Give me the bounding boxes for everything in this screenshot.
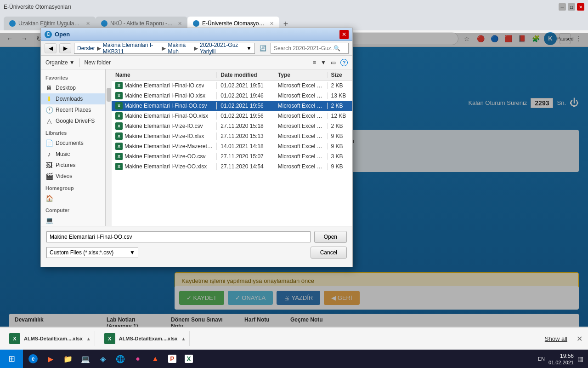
file-row[interactable]: X Makine Elemanlari I-Vize-IO.xlsx 27.11… bbox=[112, 131, 352, 141]
breadcrumb-dersler[interactable]: Dersler bbox=[77, 45, 95, 52]
file-name-text: Makine Elemanlari I-Vize-OO.csv bbox=[124, 153, 206, 160]
sidebar-item-homegroup[interactable]: 🏠 bbox=[41, 193, 105, 204]
sidebar-item-drive[interactable]: △ Google DriveFS bbox=[41, 115, 105, 126]
minimize-button[interactable]: ─ bbox=[559, 3, 566, 11]
open-button[interactable]: Open bbox=[314, 231, 347, 243]
app5-icon: ◈ bbox=[98, 354, 107, 363]
chrome-icon: 🌐 bbox=[116, 354, 125, 363]
taskbar-app4[interactable]: 💻 bbox=[77, 351, 94, 367]
close-button[interactable]: ✕ bbox=[577, 3, 584, 11]
cancel-button[interactable]: Cancel bbox=[311, 247, 347, 259]
sidebar-item-pictures[interactable]: 🖼 Pictures bbox=[41, 160, 105, 171]
download-bar: X ALMS-DetailExam....xlsx ▲ X ALMS-Detai… bbox=[0, 327, 588, 350]
organize-button[interactable]: Organize ▼ bbox=[45, 59, 75, 66]
view-preview-button[interactable]: ▭ bbox=[331, 59, 336, 66]
window-title: E-Üniversite Otomasyonları bbox=[4, 4, 557, 10]
file-row[interactable]: X Makine Elemanlari I-Vize-OO.csv 27.11.… bbox=[112, 151, 352, 161]
file-row[interactable]: X Makine Elemanlari I-Vize-OO.xlsx 27.11… bbox=[112, 161, 352, 172]
show-all-button[interactable]: Show all bbox=[545, 335, 567, 342]
new-folder-button[interactable]: New folder bbox=[85, 59, 111, 66]
breadcrumb-makmuh[interactable]: Makina Muh bbox=[168, 42, 192, 55]
file-col-name: X Makine Elemanlari I-Final-IO.xlsx bbox=[112, 92, 217, 99]
sidebar-item-documents[interactable]: 📄 Documents bbox=[41, 138, 105, 149]
help-button[interactable]: ? bbox=[340, 59, 348, 66]
excel-file-icon: X bbox=[115, 122, 123, 130]
dialog-refresh-button[interactable]: 🔄 bbox=[258, 43, 268, 53]
dialog-search-input[interactable] bbox=[274, 45, 334, 52]
dialog-close-button[interactable]: ✕ bbox=[339, 30, 349, 39]
excel-file-icon: X bbox=[115, 92, 123, 99]
sidebar-item-videos[interactable]: 🎬 Videos bbox=[41, 171, 105, 182]
sidebar-item-recent[interactable]: 🕐 Recent Places bbox=[41, 104, 105, 115]
file-row[interactable]: X Makine Elemanlari I-Final-IO.xlsx 01.0… bbox=[112, 91, 352, 101]
filetype-dropdown[interactable]: Custom Files (*.xlsx;*.csv) ▼ bbox=[46, 247, 138, 258]
start-button[interactable]: ⊞ bbox=[0, 350, 23, 368]
taskbar-powerpoint[interactable]: P bbox=[164, 351, 180, 367]
col-header-size[interactable]: Size bbox=[328, 72, 352, 78]
sidebar-recent-label: Recent Places bbox=[56, 107, 91, 113]
dialog-back-button[interactable]: ◀ bbox=[45, 43, 57, 53]
taskbar-app3[interactable]: 📁 bbox=[60, 351, 76, 367]
tab2-close[interactable]: ✕ bbox=[178, 21, 182, 27]
desktop-icon: 🖥 bbox=[45, 84, 53, 92]
sidebar-item-music[interactable]: ♪ Music bbox=[41, 149, 105, 160]
tab3-label: E-Üniversite Otomasyonları bbox=[202, 20, 265, 27]
breadcrumb-mkb[interactable]: Makina Elemanlari I-MKB311 bbox=[103, 42, 160, 55]
breadcrumb-sep-3: ▶ bbox=[194, 45, 198, 52]
file-row[interactable]: X Makine Elemanlari I-Final-IO.csv 01.02… bbox=[112, 80, 352, 91]
file-row[interactable]: X Makine Elemanlari I-Final-OO.xlsx 01.0… bbox=[112, 111, 352, 121]
taskbar-app7[interactable]: ● bbox=[130, 351, 146, 367]
taskbar-excel[interactable]: X bbox=[181, 351, 197, 367]
sidebar-item-downloads[interactable]: ⬇ Downloads bbox=[41, 93, 105, 104]
taskbar-app5[interactable]: ◈ bbox=[95, 351, 111, 367]
dialog-forward-button[interactable]: ▶ bbox=[59, 43, 71, 53]
file-col-date: 27.11.2020 15:13 bbox=[217, 133, 274, 139]
col-header-date[interactable]: Date modified bbox=[217, 72, 274, 78]
app8-icon: ▲ bbox=[151, 354, 160, 363]
taskbar-app8[interactable]: ▲ bbox=[147, 351, 164, 367]
file-col-date: 27.11.2020 15:07 bbox=[217, 153, 274, 160]
sidebar-favorites-header: Favorites bbox=[41, 73, 105, 82]
sidebar-scrollbar-thumb[interactable] bbox=[107, 88, 111, 102]
sidebar-item-computer[interactable]: 💻 bbox=[41, 215, 105, 226]
tab1-favicon bbox=[9, 20, 16, 27]
taskbar-chrome[interactable]: 🌐 bbox=[112, 351, 129, 367]
filename-input[interactable] bbox=[46, 231, 311, 242]
view-dropdown-button[interactable]: ▼ bbox=[321, 59, 326, 66]
view-list-button[interactable]: ≡ bbox=[313, 59, 316, 66]
tab1-close[interactable]: ✕ bbox=[86, 21, 90, 27]
sidebar-item-desktop[interactable]: 🖥 Desktop bbox=[41, 82, 105, 93]
powerpoint-icon: P bbox=[168, 355, 176, 363]
tab3-close[interactable]: ✕ bbox=[270, 21, 274, 27]
excel-file-icon: X bbox=[115, 132, 123, 140]
col-header-type[interactable]: Type bbox=[274, 72, 328, 78]
dialog-body: Favorites 🖥 Desktop ⬇ Downloads 🕐 Recent… bbox=[41, 69, 352, 226]
breadcrumb-semester[interactable]: 2020-2021-Guz Yariyili bbox=[200, 42, 244, 55]
download1-chevron-icon[interactable]: ▲ bbox=[86, 336, 91, 341]
col-header-name[interactable]: Name bbox=[112, 72, 217, 78]
file-row[interactable]: X Makine Elemanlari I-Vize-IO.csv 27.11.… bbox=[112, 121, 352, 131]
music-icon: ♪ bbox=[45, 150, 53, 158]
documents-icon: 📄 bbox=[45, 139, 53, 147]
file-col-type: Microsoft Excel Co... bbox=[274, 153, 328, 160]
dialog-search-bar[interactable]: 🔍 bbox=[271, 43, 349, 54]
file-col-size: 3 KB bbox=[328, 153, 352, 160]
clock: 19:56 01.02.2021 bbox=[548, 353, 574, 365]
taskbar-app2[interactable]: ▶ bbox=[42, 351, 59, 367]
start-icon: ⊞ bbox=[8, 354, 15, 364]
recent-icon: 🕐 bbox=[45, 106, 53, 114]
tab3-favicon bbox=[193, 20, 199, 27]
file-row[interactable]: X Makine Elemanlari I-Final-OO.csv 01.02… bbox=[112, 101, 352, 111]
sidebar-libraries-header: Libraries bbox=[41, 128, 105, 138]
title-bar: E-Üniversite Otomasyonları ─ □ ✕ bbox=[0, 0, 588, 14]
breadcrumb-dropdown-icon[interactable]: ▼ bbox=[246, 45, 252, 52]
file-row[interactable]: X Makine Elemanlari I-Vize-Mazeret-Mazer… bbox=[112, 141, 352, 151]
app2-icon: ▶ bbox=[46, 354, 55, 363]
file-col-size: 2 KB bbox=[328, 103, 352, 109]
download-bar-close-icon[interactable]: ✕ bbox=[577, 334, 582, 343]
app4-icon: 💻 bbox=[81, 354, 90, 363]
download2-chevron-icon[interactable]: ▲ bbox=[181, 336, 186, 341]
dialog-title-icon: C bbox=[45, 31, 52, 38]
maximize-button[interactable]: □ bbox=[568, 3, 575, 11]
taskbar-ie[interactable]: e bbox=[25, 351, 41, 367]
